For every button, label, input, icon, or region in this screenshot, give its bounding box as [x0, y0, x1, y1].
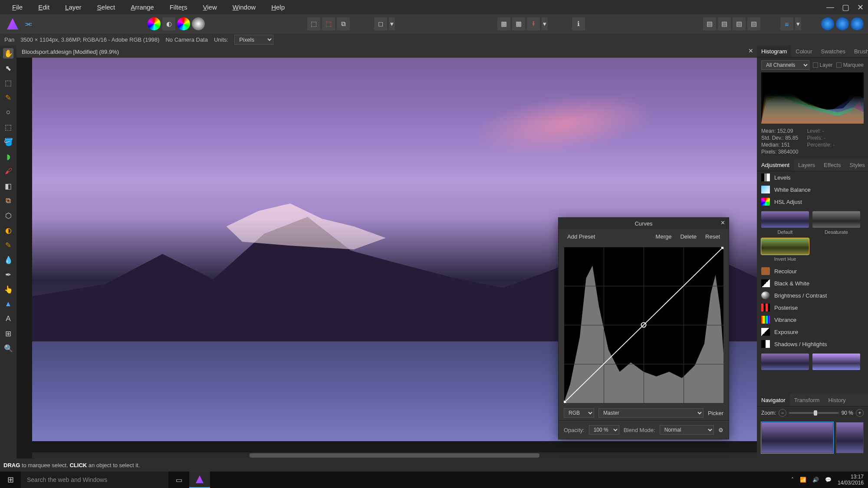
curves-delete-button[interactable]: Delete — [676, 232, 701, 242]
tool-blur[interactable]: 💧 — [3, 255, 13, 265]
zoom-in-button[interactable]: + — [856, 409, 864, 417]
curves-colorspace-select[interactable]: RGB — [564, 408, 594, 418]
arrange-dropdown-icon[interactable]: ▾ — [795, 17, 801, 30]
snap-grid-icon[interactable]: ▦ — [497, 17, 510, 30]
tab-histogram[interactable]: Histogram — [757, 46, 791, 57]
persona-photo-icon[interactable] — [821, 17, 834, 30]
menu-select[interactable]: Select — [89, 3, 123, 11]
menu-view[interactable]: View — [195, 3, 225, 11]
adjustment-white-balance[interactable]: White Balance — [757, 183, 868, 196]
curves-close-icon[interactable]: ✕ — [720, 219, 725, 226]
tool-pen[interactable]: ✒ — [3, 269, 13, 280]
scrollbar-thumb[interactable] — [250, 453, 539, 458]
tool-marquee[interactable]: ⬚ — [3, 122, 13, 132]
tray-volume-icon[interactable]: 🔊 — [812, 477, 819, 483]
tool-flood-fill[interactable]: 🪣 — [3, 137, 13, 147]
menu-window[interactable]: Window — [225, 3, 263, 11]
taskbar-search-input[interactable]: Search the web and Windows — [21, 472, 168, 488]
zoom-slider[interactable] — [789, 412, 839, 414]
menu-layer[interactable]: Layer — [57, 3, 89, 11]
adjustment-recolour[interactable]: Recolour — [757, 265, 868, 277]
histogram-marquee-checkbox[interactable]: Marquee — [836, 62, 864, 68]
tray-chevron-icon[interactable]: ˄ — [791, 477, 794, 483]
menu-file[interactable]: File — [4, 3, 30, 11]
tool-gradient[interactable]: ◗ — [3, 151, 13, 162]
curves-picker-button[interactable]: Picker — [708, 410, 723, 416]
assistant-icon[interactable]: ℹ — [572, 17, 585, 30]
quickmask-dropdown-icon[interactable]: ▾ — [389, 17, 395, 30]
lab-icon[interactable] — [192, 17, 205, 30]
adjustment-black-white[interactable]: Black & White — [757, 277, 868, 289]
tool-mesh[interactable]: ⊞ — [3, 328, 13, 339]
preset-desaturate[interactable]: Desaturate — [812, 211, 860, 235]
adjustment-shadows-highlights[interactable]: Shadows / Highlights — [757, 338, 868, 350]
curves-reset-button[interactable]: Reset — [701, 232, 724, 242]
tab-adjustment[interactable]: Adjustment — [757, 159, 794, 171]
tab-brushes[interactable]: Brushes — [850, 46, 868, 57]
shadows-preset-2[interactable] — [812, 354, 860, 370]
window-close-icon[interactable]: ✕ — [857, 3, 864, 12]
taskbar-app-affinity[interactable] — [189, 472, 210, 488]
tool-erase[interactable]: ◧ — [3, 181, 13, 191]
adjustment-brightness-contrast[interactable]: Brightness / Contrast — [757, 289, 868, 301]
share-icon[interactable]: ⫘ — [24, 20, 32, 29]
navigator-thumbnail-main[interactable] — [761, 422, 833, 453]
tab-history[interactable]: History — [824, 394, 850, 406]
align-top-icon[interactable]: ▤ — [747, 17, 760, 30]
curves-titlebar[interactable]: Curves ✕ — [559, 218, 729, 229]
tool-paint-brush[interactable]: 🖌 — [3, 166, 13, 177]
snap-dropdown-icon[interactable]: ▾ — [542, 17, 548, 30]
marquee-remove-icon[interactable]: ⬚ — [322, 17, 335, 30]
adjustment-vibrance[interactable]: Vibrance — [757, 314, 868, 326]
start-button[interactable]: ⊞ — [0, 472, 21, 488]
opacity-icon[interactable]: ◐ — [162, 17, 175, 30]
tool-clone[interactable]: ⧉ — [3, 196, 13, 206]
tab-colour[interactable]: Colour — [791, 46, 816, 57]
histogram-layer-checkbox[interactable]: Layer — [813, 62, 833, 68]
menu-edit[interactable]: Edit — [30, 3, 57, 11]
task-view-button[interactable]: ▭ — [168, 472, 189, 488]
menu-arrange[interactable]: Arrange — [123, 3, 161, 11]
align-left-icon[interactable]: ▤ — [703, 17, 716, 30]
tray-notifications-icon[interactable]: 💬 — [825, 477, 832, 483]
align-center-icon[interactable]: ▤ — [718, 17, 731, 30]
curves-settings-icon[interactable]: ⚙ — [718, 427, 723, 433]
tool-dodge[interactable]: ◐ — [3, 225, 13, 236]
canvas-horizontal-scrollbar[interactable] — [32, 452, 757, 459]
adjustment-exposure[interactable]: Exposure — [757, 326, 868, 338]
menu-help[interactable]: Help — [263, 3, 293, 11]
curves-blendmode-select[interactable]: Normal — [660, 425, 714, 435]
tool-pan[interactable]: ✋ — [3, 48, 13, 59]
snap-pixel-icon[interactable]: ▦ — [512, 17, 525, 30]
marquee-new-icon[interactable]: ⬚ — [307, 17, 320, 30]
preset-default[interactable]: Default — [761, 211, 809, 235]
quickmask-icon[interactable]: ◻ — [374, 17, 387, 30]
tool-text[interactable]: A — [3, 314, 13, 324]
tab-styles[interactable]: Styles — [845, 159, 868, 171]
colour-wheel-icon[interactable] — [177, 17, 190, 30]
persona-liquify-icon[interactable] — [836, 17, 849, 30]
document-tab-close-icon[interactable]: ✕ — [748, 47, 753, 54]
tab-layers[interactable]: Layers — [794, 159, 819, 171]
tab-effects[interactable]: Effects — [819, 159, 845, 171]
marquee-intersect-icon[interactable]: ⧉ — [337, 17, 350, 30]
window-minimize-icon[interactable]: — — [826, 3, 834, 12]
shadows-preset-1[interactable] — [761, 354, 809, 370]
tab-navigator[interactable]: Navigator — [757, 394, 790, 406]
taskbar-clock[interactable]: 13:17 14/03/2016 — [838, 474, 864, 486]
tool-move[interactable]: ⬉ — [3, 63, 13, 73]
preset-invert-hue[interactable]: Invert Hue — [761, 238, 809, 262]
tool-inpainting[interactable]: ⬡ — [3, 210, 13, 221]
tab-transform[interactable]: Transform — [790, 394, 824, 406]
context-units-select[interactable]: Pixels — [234, 35, 273, 45]
tool-smudge[interactable]: 👆 — [3, 284, 13, 295]
adjustment-posterise[interactable]: Posterise — [757, 301, 868, 314]
tab-swatches[interactable]: Swatches — [817, 46, 850, 57]
window-maximize-icon[interactable]: ▢ — [842, 3, 849, 12]
curves-graph[interactable] — [564, 247, 723, 403]
navigator-thumbnail-alt[interactable] — [836, 422, 864, 453]
tool-crop[interactable]: ⬚ — [3, 78, 13, 88]
curves-merge-button[interactable]: Merge — [651, 232, 676, 242]
document-tab[interactable]: Bloodsport.afdesign [Modified] (89.9%) ✕ — [16, 46, 757, 58]
adjustment-levels[interactable]: Levels — [757, 171, 868, 183]
